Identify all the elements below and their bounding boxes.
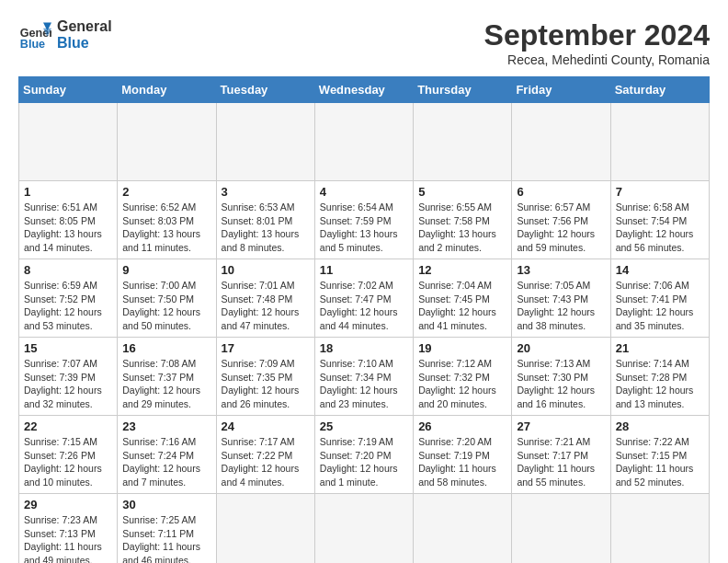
empty-cell: [512, 494, 610, 564]
day-info: Sunrise: 7:01 AM Sunset: 7:48 PM Dayligh…: [222, 279, 310, 333]
empty-cell: [314, 103, 413, 181]
day-info: Sunrise: 7:20 AM Sunset: 7:19 PM Dayligh…: [418, 435, 506, 489]
day-number: 3: [222, 185, 310, 199]
calendar-week-row: 22 Sunrise: 7:15 AM Sunset: 7:26 PM Dayl…: [19, 416, 710, 494]
table-row: 18 Sunrise: 7:10 AM Sunset: 7:34 PM Dayl…: [314, 338, 413, 416]
calendar-title: September 2024: [484, 18, 710, 52]
day-number: 19: [418, 341, 506, 355]
day-info: Sunrise: 6:59 AM Sunset: 7:52 PM Dayligh…: [24, 279, 112, 333]
day-info: Sunrise: 7:21 AM Sunset: 7:17 PM Dayligh…: [517, 435, 605, 489]
day-info: Sunrise: 7:13 AM Sunset: 7:30 PM Dayligh…: [517, 357, 605, 411]
table-row: 10 Sunrise: 7:01 AM Sunset: 7:48 PM Dayl…: [216, 259, 314, 338]
calendar-week-row: 15 Sunrise: 7:07 AM Sunset: 7:39 PM Dayl…: [19, 338, 710, 416]
table-row: 28 Sunrise: 7:22 AM Sunset: 7:15 PM Dayl…: [610, 416, 709, 494]
day-info: Sunrise: 7:09 AM Sunset: 7:35 PM Dayligh…: [222, 357, 310, 411]
empty-cell: [118, 103, 216, 181]
empty-cell: [414, 103, 512, 181]
day-number: 6: [517, 185, 605, 199]
day-info: Sunrise: 7:12 AM Sunset: 7:32 PM Dayligh…: [418, 357, 506, 411]
table-row: 5 Sunrise: 6:55 AM Sunset: 7:58 PM Dayli…: [414, 181, 512, 259]
day-info: Sunrise: 7:16 AM Sunset: 7:24 PM Dayligh…: [122, 435, 210, 489]
col-thursday: Thursday: [414, 77, 512, 103]
day-info: Sunrise: 6:55 AM Sunset: 7:58 PM Dayligh…: [418, 201, 506, 255]
table-row: 6 Sunrise: 6:57 AM Sunset: 7:56 PM Dayli…: [512, 181, 610, 259]
empty-cell: [314, 494, 413, 564]
col-saturday: Saturday: [610, 77, 709, 103]
table-row: 16 Sunrise: 7:08 AM Sunset: 7:37 PM Dayl…: [118, 338, 216, 416]
col-tuesday: Tuesday: [216, 77, 314, 103]
page-header: General Blue General Blue September 2024…: [18, 18, 710, 67]
day-info: Sunrise: 7:19 AM Sunset: 7:20 PM Dayligh…: [320, 435, 408, 489]
table-row: 30 Sunrise: 7:25 AM Sunset: 7:11 PM Dayl…: [118, 494, 216, 564]
day-number: 30: [122, 498, 210, 511]
table-row: 9 Sunrise: 7:00 AM Sunset: 7:50 PM Dayli…: [118, 259, 216, 338]
day-info: Sunrise: 7:10 AM Sunset: 7:34 PM Dayligh…: [320, 357, 408, 411]
table-row: 11 Sunrise: 7:02 AM Sunset: 7:47 PM Dayl…: [314, 259, 413, 338]
col-wednesday: Wednesday: [314, 77, 413, 103]
calendar-week-row: 1 Sunrise: 6:51 AM Sunset: 8:05 PM Dayli…: [19, 181, 710, 259]
day-number: 18: [320, 341, 408, 355]
table-row: 12 Sunrise: 7:04 AM Sunset: 7:45 PM Dayl…: [414, 259, 512, 338]
calendar-subtitle: Recea, Mehedinti County, Romania: [484, 52, 710, 67]
day-number: 26: [418, 419, 506, 433]
day-info: Sunrise: 7:25 AM Sunset: 7:11 PM Dayligh…: [122, 513, 210, 563]
day-info: Sunrise: 7:23 AM Sunset: 7:13 PM Dayligh…: [24, 513, 112, 563]
empty-cell: [610, 494, 709, 564]
table-row: 22 Sunrise: 7:15 AM Sunset: 7:26 PM Dayl…: [19, 416, 118, 494]
day-info: Sunrise: 7:07 AM Sunset: 7:39 PM Dayligh…: [24, 357, 112, 411]
day-number: 24: [222, 419, 310, 433]
table-row: 2 Sunrise: 6:52 AM Sunset: 8:03 PM Dayli…: [118, 181, 216, 259]
logo-blue: Blue: [57, 35, 112, 52]
table-row: 4 Sunrise: 6:54 AM Sunset: 7:59 PM Dayli…: [314, 181, 413, 259]
empty-cell: [216, 494, 314, 564]
table-row: 14 Sunrise: 7:06 AM Sunset: 7:41 PM Dayl…: [610, 259, 709, 338]
day-info: Sunrise: 6:52 AM Sunset: 8:03 PM Dayligh…: [122, 201, 210, 255]
col-friday: Friday: [512, 77, 610, 103]
table-row: 7 Sunrise: 6:58 AM Sunset: 7:54 PM Dayli…: [610, 181, 709, 259]
empty-cell: [512, 103, 610, 181]
day-number: 20: [517, 341, 605, 355]
logo-icon: General Blue: [18, 18, 51, 52]
table-row: 8 Sunrise: 6:59 AM Sunset: 7:52 PM Dayli…: [19, 259, 118, 338]
table-row: 23 Sunrise: 7:16 AM Sunset: 7:24 PM Dayl…: [118, 416, 216, 494]
table-row: 3 Sunrise: 6:53 AM Sunset: 8:01 PM Dayli…: [216, 181, 314, 259]
day-info: Sunrise: 7:06 AM Sunset: 7:41 PM Dayligh…: [616, 279, 704, 333]
day-info: Sunrise: 6:54 AM Sunset: 7:59 PM Dayligh…: [320, 201, 408, 255]
day-number: 1: [24, 185, 112, 199]
logo-general: General: [57, 18, 112, 35]
day-number: 14: [616, 263, 704, 277]
day-number: 17: [222, 341, 310, 355]
logo: General Blue General Blue: [18, 18, 112, 52]
empty-cell: [19, 103, 118, 181]
table-row: 24 Sunrise: 7:17 AM Sunset: 7:22 PM Dayl…: [216, 416, 314, 494]
empty-cell: [414, 494, 512, 564]
table-row: 21 Sunrise: 7:14 AM Sunset: 7:28 PM Dayl…: [610, 338, 709, 416]
day-number: 16: [122, 341, 210, 355]
day-info: Sunrise: 7:15 AM Sunset: 7:26 PM Dayligh…: [24, 435, 112, 489]
day-number: 2: [122, 185, 210, 199]
day-number: 29: [24, 498, 112, 511]
day-number: 23: [122, 419, 210, 433]
day-number: 7: [616, 185, 704, 199]
col-monday: Monday: [118, 77, 216, 103]
day-number: 27: [517, 419, 605, 433]
calendar-week-row: 29 Sunrise: 7:23 AM Sunset: 7:13 PM Dayl…: [19, 494, 710, 564]
day-info: Sunrise: 7:08 AM Sunset: 7:37 PM Dayligh…: [122, 357, 210, 411]
table-row: 19 Sunrise: 7:12 AM Sunset: 7:32 PM Dayl…: [414, 338, 512, 416]
day-info: Sunrise: 7:14 AM Sunset: 7:28 PM Dayligh…: [616, 357, 704, 411]
table-row: 15 Sunrise: 7:07 AM Sunset: 7:39 PM Dayl…: [19, 338, 118, 416]
col-sunday: Sunday: [19, 77, 118, 103]
day-number: 28: [616, 419, 704, 433]
day-number: 5: [418, 185, 506, 199]
day-number: 21: [616, 341, 704, 355]
day-info: Sunrise: 6:51 AM Sunset: 8:05 PM Dayligh…: [24, 201, 112, 255]
table-row: 27 Sunrise: 7:21 AM Sunset: 7:17 PM Dayl…: [512, 416, 610, 494]
calendar-week-row: [19, 103, 710, 181]
calendar-table: Sunday Monday Tuesday Wednesday Thursday…: [18, 76, 710, 563]
day-info: Sunrise: 7:22 AM Sunset: 7:15 PM Dayligh…: [616, 435, 704, 489]
day-number: 4: [320, 185, 408, 199]
day-number: 13: [517, 263, 605, 277]
calendar-week-row: 8 Sunrise: 6:59 AM Sunset: 7:52 PM Dayli…: [19, 259, 710, 338]
day-number: 15: [24, 341, 112, 355]
day-number: 9: [122, 263, 210, 277]
